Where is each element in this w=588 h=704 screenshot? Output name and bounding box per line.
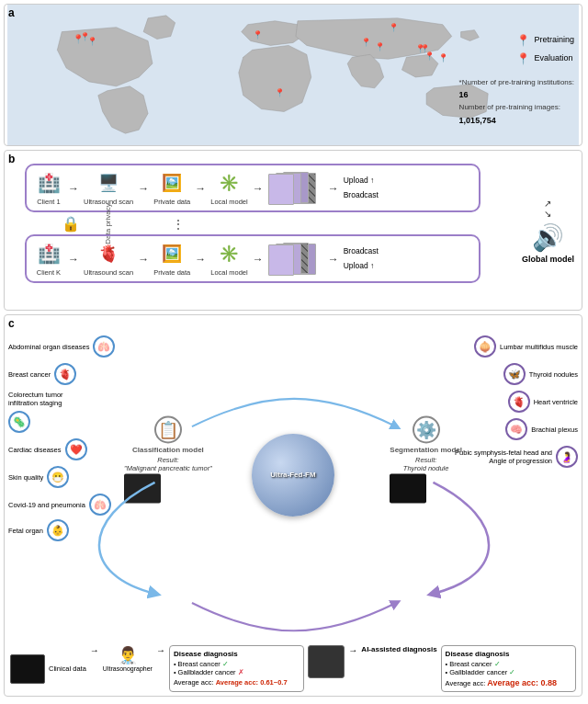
global-broadcast-arrow: ↘ [544,208,551,218]
skin-icon: 😷 [47,466,69,488]
arrow10: → [328,253,339,266]
panel-b-label: b [8,153,15,165]
local-model-icon-k: ✳️ [214,241,243,267]
clinical-data-box [10,654,45,684]
private-data-icon1: 🖼️ [157,170,187,196]
local-model-icon1: ✳️ [214,170,243,196]
svg-text:📍: 📍 [87,36,98,47]
ai-gallbladder-label: Gallbladder cancer [449,668,507,676]
upload-label-k: Upload ↑ [344,259,379,273]
arrow2: → [138,182,149,195]
pubic-label: Pubic symphysis-fetal head andAngle of p… [455,449,552,465]
map-stats: *Number of pre-training institutions: 16… [459,77,574,127]
clientk-hospital: 🏥 Client K [34,241,63,277]
lumbar-icon: 🧅 [474,335,496,358]
classification-thumbnail [124,474,161,504]
classification-model-label: Classification model [124,446,212,454]
stats-images-label: Number of pre-training images: [459,102,574,114]
ultrasonographer-section: 👨‍⚕️ Ultrasonographer [103,645,153,692]
thyroid-icon: 🦋 [503,363,526,385]
ai-breast-label: Breast cancer [449,660,492,668]
segmentation-model-label: Segmentation model [390,446,462,454]
center-globe: Ultra-Fed-FM [252,434,334,517]
cardiac-label: Cardiac diseases [8,446,62,454]
lumbar-label: Lumbar multifidus muscle [500,343,578,351]
svg-text:📍: 📍 [375,41,386,52]
human-diagnosis-box: Disease diagnosis • Breast cancer ✓ • Ga… [169,645,304,692]
arrow9: → [253,253,264,266]
covid-icon: 🫁 [89,494,111,516]
client1-hospital: 🏥 Client 1 [34,170,63,206]
clinical-data-label: Clinical data [49,664,86,673]
ai-acc: Average acc: Average acc: 0.88 [446,678,571,687]
ai-diagnosis-section: AI-assisted diagnosis [361,645,436,692]
arrow1: → [68,182,79,195]
cardiac-icon: ❤️ [65,438,87,460]
brachial-label: Brachial plexus [531,426,578,434]
colorectum-label: Colorectum tumorinfiltration staging [8,391,63,407]
human-breast: • Breast cancer ✓ [174,660,300,668]
figure-container: a 📍 📍 [0,0,588,704]
human-gallbladder-label: Gallbladder cancer [178,668,236,676]
human-acc: Average acc: Average acc: 0.61~0.7 [174,678,300,687]
panel-c-label: c [8,317,15,330]
ai-diag-title: AI-assisted diagnosis [361,645,436,653]
human-gallbladder: • Gallbladder cancer ✗ [174,668,300,676]
human-diag-title: Disease diagnosis [174,650,300,658]
brachial-icon: 🧠 [505,418,527,440]
svg-text:📍: 📍 [253,29,264,40]
panel-c: c [4,314,582,697]
breast-cancer-label: Breast cancer [8,370,51,379]
ai-diag-title2: Disease diagnosis [446,650,571,658]
bullet1: • [174,660,176,668]
privacy-lock-icon: 🔒 [62,215,80,233]
abdominal-label: Abdominal organ diseases [8,343,89,351]
bottom-arrow2: → [156,645,165,692]
covid-label: Covid-19 and pneumonia [8,501,85,509]
center-ultrasound-thumb [308,645,345,678]
stats-institutions: 16 [459,88,574,101]
panel-b-rows: 🏥 Client 1 → 🖥️ Ultrasound scan → 🖼️ Pri… [25,164,481,306]
global-upload-arrow: ↗ [544,198,551,208]
arrow4: → [253,182,264,195]
pubic-icon: 🤰 [556,446,578,468]
upload-broadcast-k: Broadcast Upload ↑ [344,244,379,273]
ultrasonographer-label: Ultrasonographer [103,665,153,672]
left-labels: Abdominal organ diseases 🫁 Breast cancer… [8,335,115,541]
heart-ventricle-icon: 🫀 [508,391,530,413]
global-model-section: ↗ ↘ 🔊 Global model [522,198,574,263]
stats-images: 1,015,754 [459,114,574,127]
classification-box: 📋 Classification model Result: "Malignan… [124,416,212,504]
layers-k [268,243,323,276]
segmentation-thumbnail [390,474,426,504]
clientk-model: ✳️ Local model [210,241,247,277]
ai-gallbladder: • Gallbladder cancer ✓ [446,668,571,676]
panel-c-content: Abdominal organ diseases 🫁 Breast cancer… [5,315,582,696]
scan-label-k: Ultrasound scan [84,268,133,277]
bottom-arrow1: → [90,645,99,692]
ai-gallbladder-check: ✓ [509,668,515,676]
breast-cancer-icon: 🫀 [54,363,76,385]
segmentation-box: ⚙️ Segmentation model Result: Thyroid no… [390,416,462,504]
human-breast-check: ✓ [222,660,229,668]
arrow3: → [195,182,206,195]
human-gallbladder-x: ✗ [238,668,244,676]
hospital-icon-k: 🏥 [34,241,63,267]
clientk-scan: 🫀 Ultrasound scan [84,241,133,277]
stats-note: *Number of pre-training institutions: [459,77,574,89]
thyroid-label: Thyroid nodules [529,370,578,379]
arrow5a: → [328,182,339,195]
clinical-data-section: Clinical data [10,645,86,692]
arrow8: → [195,253,206,266]
svg-text:📍: 📍 [275,87,286,98]
ultrasound-icon-k: 🫀 [94,241,123,267]
private-data-icon-k: 🖼️ [157,241,187,267]
client1-data: 🖼️ Private data [153,170,190,206]
bottom-boxes: Clinical data → 👨‍⚕️ Ultrasonographer → … [5,645,582,692]
dots-separator: ⋮ [172,218,185,231]
client1-model: ✳️ Local model [210,170,247,206]
data-label-k: Private data [153,268,190,277]
bullet3: • [446,660,448,668]
svg-text:📍: 📍 [420,43,431,54]
colorectum-icon: 🦠 [8,411,30,433]
